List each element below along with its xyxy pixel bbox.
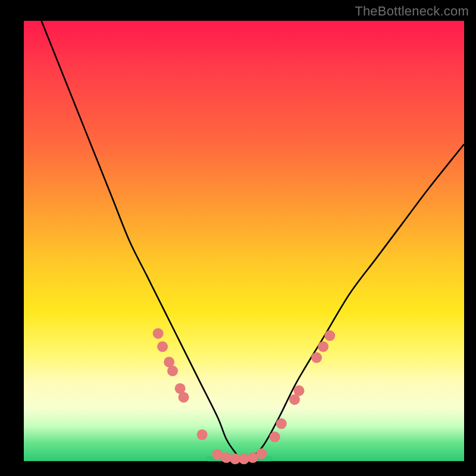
data-marker [276, 418, 287, 429]
data-marker [294, 386, 305, 396]
data-marker [256, 448, 267, 459]
data-marker [318, 342, 328, 352]
bottleneck-curve [42, 21, 464, 461]
marker-group [153, 328, 336, 464]
data-marker [153, 328, 164, 339]
data-marker [311, 352, 322, 363]
data-marker [197, 430, 208, 440]
chart-svg [24, 21, 464, 461]
chart-frame: TheBottleneck.com [0, 0, 476, 476]
watermark-text: TheBottleneck.com [355, 4, 469, 19]
data-marker [178, 392, 189, 403]
plot-area [24, 21, 464, 461]
data-marker [167, 365, 178, 376]
data-marker [157, 342, 168, 352]
data-marker [324, 330, 335, 341]
data-marker [270, 431, 280, 442]
